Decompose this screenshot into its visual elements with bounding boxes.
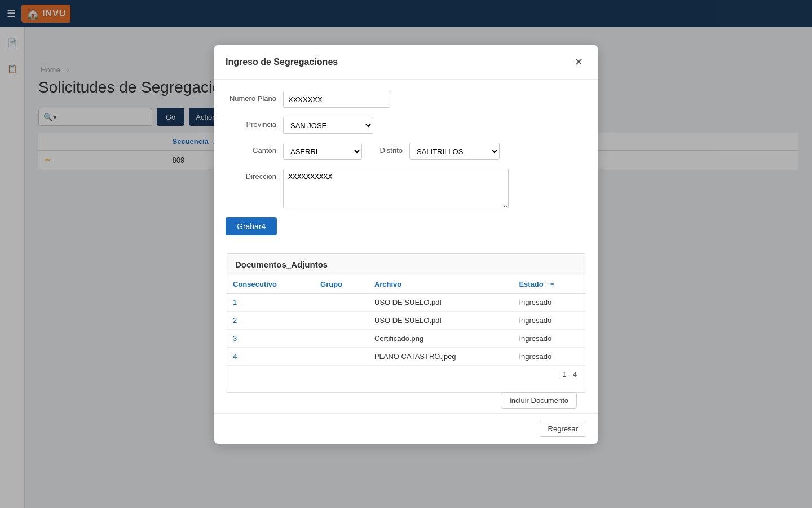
numero-plano-label: Numero Plano <box>226 91 276 103</box>
modal-title: Ingreso de Segregaciones <box>226 57 338 67</box>
modal: Ingreso de Segregaciones ✕ Numero Plano … <box>214 45 598 181</box>
modal-body: Numero Plano Provincia SAN JOSE Cantón A… <box>214 80 598 181</box>
provincia-select[interactable]: SAN JOSE <box>283 117 373 134</box>
distrito-label: Distrito <box>369 143 403 155</box>
direccion-label: Dirección <box>226 169 276 181</box>
canton-label: Cantón <box>226 143 276 155</box>
modal-header: Ingreso de Segregaciones ✕ <box>214 45 598 80</box>
modal-close-button[interactable]: ✕ <box>571 54 586 70</box>
form-row-canton-distrito: Cantón ASERRI Distrito SALITRILLOS <box>226 143 586 160</box>
provincia-label: Provincia <box>226 117 276 129</box>
form-row-numero-plano: Numero Plano <box>226 91 586 108</box>
numero-plano-input[interactable] <box>283 91 390 108</box>
form-row-provincia: Provincia SAN JOSE <box>226 117 586 134</box>
direccion-textarea[interactable]: XXXXXXXXXX <box>283 169 509 181</box>
modal-overlay: Ingreso de Segregaciones ✕ Numero Plano … <box>0 0 812 181</box>
form-row-direccion: Dirección XXXXXXXXXX <box>226 169 586 181</box>
canton-select[interactable]: ASERRI <box>283 143 362 160</box>
distrito-select[interactable]: SALITRILLOS <box>409 143 500 160</box>
